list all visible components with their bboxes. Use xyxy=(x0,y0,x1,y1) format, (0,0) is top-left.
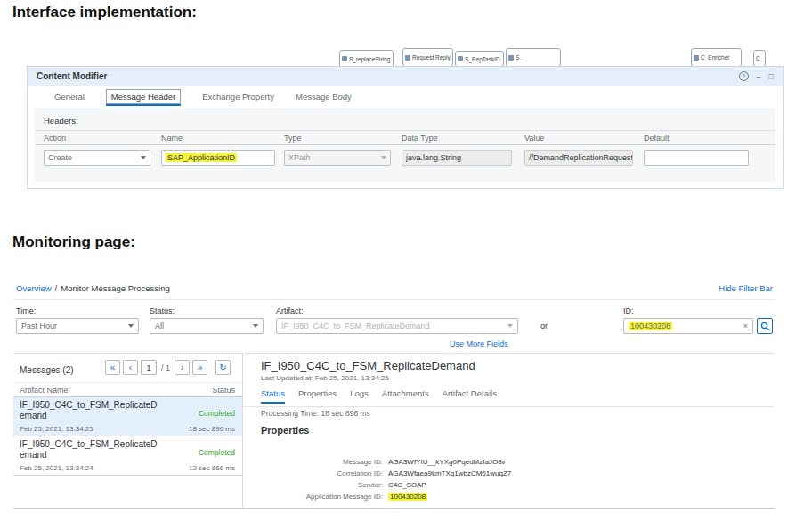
col-action: Action xyxy=(44,134,66,143)
col-status: Status xyxy=(212,386,235,395)
chevron-down-icon xyxy=(508,324,513,328)
search-button[interactable] xyxy=(757,318,773,334)
col-data-type: Data Type xyxy=(402,134,438,143)
breadcrumb: Overview / Monitor Message Processing xyxy=(16,283,170,293)
default-input[interactable] xyxy=(644,150,749,166)
headers-label: Headers: xyxy=(44,116,78,126)
iflow-step-reptaskid[interactable]: S_RepTaskID xyxy=(455,51,504,67)
status-badge: Completed xyxy=(199,448,235,457)
status-select[interactable]: All xyxy=(150,318,264,334)
panel-window-controls: ? – □ xyxy=(739,71,774,81)
last-page-button[interactable]: » xyxy=(192,360,207,375)
tab-logs[interactable]: Logs xyxy=(350,388,369,402)
detail-last-updated: Last Updated at: Feb 25, 2021, 13:34:25 xyxy=(261,374,389,382)
value-field[interactable]: //DemandReplicationRequest/Dem... xyxy=(524,150,633,166)
col-type: Type xyxy=(284,134,302,143)
iflow-step-label: C_Enricher_ xyxy=(701,54,733,61)
col-default: Default xyxy=(644,134,670,143)
breadcrumb-overview-link[interactable]: Overview xyxy=(16,283,52,293)
request-reply-icon xyxy=(405,55,410,61)
iflow-step-replacestring[interactable]: S_replaceString xyxy=(339,50,394,68)
iflow-step-clipped[interactable]: C xyxy=(753,50,766,67)
breadcrumb-separator: / xyxy=(55,283,58,293)
monitoring-heading: Monitoring page: xyxy=(12,233,135,251)
header-name-input[interactable]: SAP_ApplicationID xyxy=(161,150,275,166)
action-select[interactable]: Create xyxy=(44,150,150,166)
refresh-button[interactable]: ↻ xyxy=(215,360,231,375)
tab-properties[interactable]: Properties xyxy=(298,388,337,402)
breadcrumb-current: Monitor Message Processing xyxy=(61,283,170,293)
divider xyxy=(13,508,775,509)
last-page-icon: » xyxy=(198,363,203,372)
use-more-fields-link[interactable]: Use More Fields xyxy=(450,339,508,348)
iflow-step-label: Request Reply xyxy=(412,54,451,61)
tab-general[interactable]: General xyxy=(54,92,85,102)
minimize-icon[interactable]: – xyxy=(757,72,761,81)
time-label: Time: xyxy=(16,306,36,315)
script-icon xyxy=(508,55,514,61)
divider xyxy=(243,406,775,407)
or-label: or xyxy=(540,322,548,330)
chevron-down-icon xyxy=(128,324,134,328)
script-icon xyxy=(458,56,463,61)
next-page-button[interactable]: › xyxy=(175,360,190,375)
chevron-down-icon xyxy=(381,156,386,159)
detail-title: IF_I950_C4C_to_FSM_ReplicateDemand xyxy=(261,359,475,372)
message-duration: 18 sec 896 ms xyxy=(189,425,235,433)
processing-time: Processing Time: 18 sec 896 ms xyxy=(261,409,370,418)
search-icon xyxy=(760,322,770,331)
hide-filter-bar-link[interactable]: Hide Filter Bar xyxy=(719,283,773,293)
divider xyxy=(13,299,775,300)
iflow-step-label: S_RepTaskID xyxy=(465,56,500,62)
iflow-step-enricher[interactable]: C_Enricher_ xyxy=(691,48,742,67)
tab-message-body[interactable]: Message Body xyxy=(296,92,352,102)
refresh-icon: ↻ xyxy=(219,363,226,372)
message-row[interactable]: IF_I950_C4C_to_FSM_ReplicateD emand Comp… xyxy=(13,397,242,436)
tab-artifact-details[interactable]: Artifact Details xyxy=(443,388,497,402)
prev-page-button[interactable]: ‹ xyxy=(123,360,138,375)
next-page-icon: › xyxy=(181,363,183,372)
iflow-step-label: S_ xyxy=(516,54,523,61)
id-label: ID: xyxy=(623,306,634,315)
iflow-step-s[interactable]: S_ xyxy=(506,48,561,67)
id-input[interactable]: 100430208 × xyxy=(623,318,753,334)
enricher-icon xyxy=(694,55,699,61)
restore-icon[interactable]: □ xyxy=(769,72,774,81)
page-total: / 1 xyxy=(161,363,170,372)
tab-attachments[interactable]: Attachments xyxy=(382,388,429,402)
iflow-step-request-reply[interactable]: Request Reply xyxy=(402,48,453,67)
headers-table-header: Action Name Type Data Type Value Default xyxy=(35,130,775,145)
messages-panel-title: Messages (2) xyxy=(20,365,74,375)
data-type-field[interactable]: java.lang.String xyxy=(402,150,512,166)
status-label: Status: xyxy=(150,306,175,315)
col-name: Name xyxy=(161,134,183,143)
help-icon[interactable]: ? xyxy=(739,71,749,81)
type-select[interactable]: XPath xyxy=(284,150,391,166)
tab-message-header[interactable]: Message Header xyxy=(106,89,181,104)
message-date: Feb 25, 2021, 13:34:24 xyxy=(20,464,93,472)
content-modifier-body: Headers: Action Name Type Data Type Valu… xyxy=(35,108,775,182)
message-row[interactable]: IF_I950_C4C_to_FSM_ReplicateD emand Comp… xyxy=(13,436,242,476)
page-number-input[interactable]: 1 xyxy=(141,360,157,375)
col-value: Value xyxy=(524,134,544,143)
artifact-select[interactable]: IF_I950_C4C_to_FSM_ReplicateDemand xyxy=(276,318,518,334)
properties-section-title: Properties xyxy=(261,425,309,436)
time-select[interactable]: Past Hour xyxy=(16,318,139,334)
script-icon xyxy=(342,56,347,61)
panel-title: Content Modifier xyxy=(37,71,107,81)
first-page-button[interactable]: « xyxy=(105,360,120,375)
iflow-step-label: C xyxy=(756,55,760,61)
iflow-step-label: S_replaceString xyxy=(349,56,390,62)
page: Interface implementation: S_replaceStrin… xyxy=(0,0,812,514)
interface-heading: Interface implementation: xyxy=(12,4,197,21)
tab-exchange-property[interactable]: Exchange Property xyxy=(202,92,274,102)
status-badge: Completed xyxy=(199,409,235,418)
chevron-down-icon xyxy=(141,156,146,159)
content-modifier-tabs: General Message Header Exchange Property… xyxy=(28,86,783,108)
tab-status[interactable]: Status xyxy=(261,388,285,404)
clear-icon[interactable]: × xyxy=(743,322,748,330)
prev-page-icon: ‹ xyxy=(129,363,132,372)
application-message-id-highlight: 100430208 xyxy=(388,493,427,501)
messages-table-header: Artifact Name Status xyxy=(13,382,242,397)
artifact-label: Artifact: xyxy=(276,306,304,315)
